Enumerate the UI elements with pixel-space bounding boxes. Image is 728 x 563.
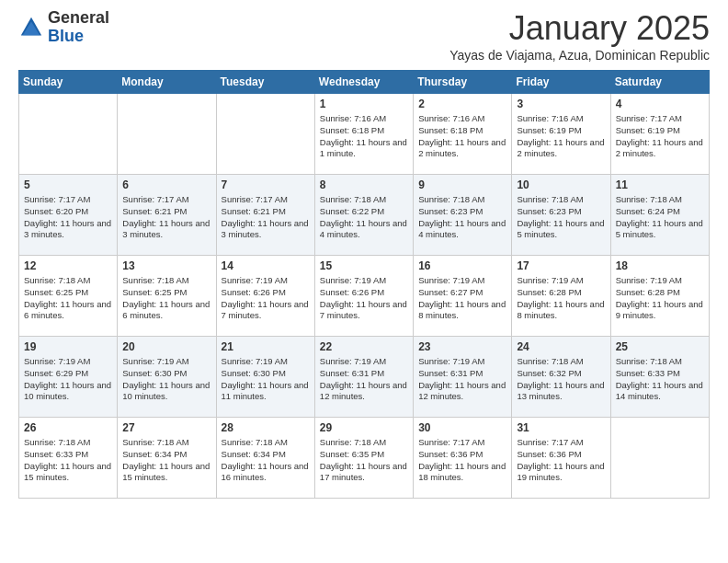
cell-content: Sunrise: 7:19 AM Sunset: 6:30 PM Dayligh… <box>122 356 210 403</box>
calendar-cell: 24Sunrise: 7:18 AM Sunset: 6:32 PM Dayli… <box>512 337 610 418</box>
header-wednesday: Wednesday <box>314 71 413 94</box>
calendar-cell: 9Sunrise: 7:18 AM Sunset: 6:23 PM Daylig… <box>414 175 512 256</box>
calendar-cell: 1Sunrise: 7:16 AM Sunset: 6:18 PM Daylig… <box>314 94 413 175</box>
cell-content: Sunrise: 7:17 AM Sunset: 6:21 PM Dayligh… <box>222 194 310 241</box>
day-number: 19 <box>24 340 112 353</box>
calendar-week-2: 5Sunrise: 7:17 AM Sunset: 6:20 PM Daylig… <box>19 175 710 256</box>
calendar-cell: 2Sunrise: 7:16 AM Sunset: 6:18 PM Daylig… <box>414 94 512 175</box>
cell-content: Sunrise: 7:19 AM Sunset: 6:31 PM Dayligh… <box>320 356 408 403</box>
logo-text: General Blue <box>48 9 109 46</box>
day-number: 16 <box>418 259 506 272</box>
day-number: 18 <box>616 259 704 272</box>
header-saturday: Saturday <box>610 71 709 94</box>
calendar-cell: 11Sunrise: 7:18 AM Sunset: 6:24 PM Dayli… <box>610 175 709 256</box>
day-number: 29 <box>320 421 408 434</box>
day-number: 6 <box>122 178 210 191</box>
cell-content: Sunrise: 7:18 AM Sunset: 6:34 PM Dayligh… <box>122 437 210 484</box>
day-number: 1 <box>320 98 408 110</box>
cell-content: Sunrise: 7:18 AM Sunset: 6:33 PM Dayligh… <box>616 356 704 403</box>
calendar-cell: 20Sunrise: 7:19 AM Sunset: 6:30 PM Dayli… <box>118 337 216 418</box>
calendar-cell: 21Sunrise: 7:19 AM Sunset: 6:30 PM Dayli… <box>216 337 314 418</box>
header-sunday: Sunday <box>19 71 118 94</box>
calendar-cell: 31Sunrise: 7:17 AM Sunset: 6:36 PM Dayli… <box>512 418 610 499</box>
day-number: 14 <box>222 259 310 272</box>
calendar-cell: 27Sunrise: 7:18 AM Sunset: 6:34 PM Dayli… <box>118 418 216 499</box>
cell-content: Sunrise: 7:19 AM Sunset: 6:28 PM Dayligh… <box>517 275 605 322</box>
cell-content: Sunrise: 7:17 AM Sunset: 6:20 PM Dayligh… <box>24 194 112 241</box>
day-number: 24 <box>517 340 605 353</box>
cell-content: Sunrise: 7:18 AM Sunset: 6:34 PM Dayligh… <box>222 437 310 484</box>
header-monday: Monday <box>118 71 216 94</box>
calendar-cell: 22Sunrise: 7:19 AM Sunset: 6:31 PM Dayli… <box>314 337 413 418</box>
calendar-cell: 5Sunrise: 7:17 AM Sunset: 6:20 PM Daylig… <box>19 175 118 256</box>
cell-content: Sunrise: 7:19 AM Sunset: 6:29 PM Dayligh… <box>24 356 112 403</box>
cell-content: Sunrise: 7:17 AM Sunset: 6:19 PM Dayligh… <box>616 113 704 160</box>
cell-content: Sunrise: 7:16 AM Sunset: 6:18 PM Dayligh… <box>320 113 408 160</box>
day-number: 3 <box>517 98 605 110</box>
header-thursday: Thursday <box>414 71 512 94</box>
day-number: 31 <box>517 421 605 434</box>
day-number: 2 <box>418 98 506 110</box>
calendar-cell: 23Sunrise: 7:19 AM Sunset: 6:31 PM Dayli… <box>414 337 512 418</box>
cell-content: Sunrise: 7:18 AM Sunset: 6:25 PM Dayligh… <box>122 275 210 322</box>
cell-content: Sunrise: 7:17 AM Sunset: 6:21 PM Dayligh… <box>122 194 210 241</box>
calendar-cell: 14Sunrise: 7:19 AM Sunset: 6:26 PM Dayli… <box>216 256 314 337</box>
day-number: 8 <box>320 178 408 191</box>
calendar-cell: 10Sunrise: 7:18 AM Sunset: 6:23 PM Dayli… <box>512 175 610 256</box>
cell-content: Sunrise: 7:18 AM Sunset: 6:23 PM Dayligh… <box>418 194 506 241</box>
logo-icon <box>18 15 44 40</box>
day-number: 21 <box>222 340 310 353</box>
cell-content: Sunrise: 7:18 AM Sunset: 6:35 PM Dayligh… <box>320 437 408 484</box>
calendar-week-1: 1Sunrise: 7:16 AM Sunset: 6:18 PM Daylig… <box>19 94 710 175</box>
calendar-cell: 6Sunrise: 7:17 AM Sunset: 6:21 PM Daylig… <box>118 175 216 256</box>
logo: General Blue <box>18 9 109 46</box>
cell-content: Sunrise: 7:19 AM Sunset: 6:30 PM Dayligh… <box>222 356 310 403</box>
calendar-cell: 25Sunrise: 7:18 AM Sunset: 6:33 PM Dayli… <box>610 337 709 418</box>
calendar-cell: 16Sunrise: 7:19 AM Sunset: 6:27 PM Dayli… <box>414 256 512 337</box>
cell-content: Sunrise: 7:19 AM Sunset: 6:31 PM Dayligh… <box>418 356 506 403</box>
cell-content: Sunrise: 7:16 AM Sunset: 6:18 PM Dayligh… <box>418 113 506 160</box>
cell-content: Sunrise: 7:19 AM Sunset: 6:26 PM Dayligh… <box>320 275 408 322</box>
calendar-cell: 15Sunrise: 7:19 AM Sunset: 6:26 PM Dayli… <box>314 256 413 337</box>
day-number: 26 <box>24 421 112 434</box>
day-number: 27 <box>122 421 210 434</box>
day-number: 5 <box>24 178 112 191</box>
calendar-cell <box>19 94 118 175</box>
month-title: January 2025 <box>449 9 710 48</box>
day-number: 11 <box>616 178 704 191</box>
page-header: General Blue January 2025 Yayas de Viaja… <box>18 9 710 63</box>
day-number: 13 <box>122 259 210 272</box>
calendar-cell <box>610 418 709 499</box>
cell-content: Sunrise: 7:17 AM Sunset: 6:36 PM Dayligh… <box>418 437 506 484</box>
day-number: 20 <box>122 340 210 353</box>
day-number: 12 <box>24 259 112 272</box>
calendar-body: 1Sunrise: 7:16 AM Sunset: 6:18 PM Daylig… <box>19 94 710 499</box>
day-number: 15 <box>320 259 408 272</box>
calendar-cell: 4Sunrise: 7:17 AM Sunset: 6:19 PM Daylig… <box>610 94 709 175</box>
calendar-cell: 30Sunrise: 7:17 AM Sunset: 6:36 PM Dayli… <box>414 418 512 499</box>
calendar-cell: 3Sunrise: 7:16 AM Sunset: 6:19 PM Daylig… <box>512 94 610 175</box>
cell-content: Sunrise: 7:19 AM Sunset: 6:28 PM Dayligh… <box>616 275 704 322</box>
calendar-week-5: 26Sunrise: 7:18 AM Sunset: 6:33 PM Dayli… <box>19 418 710 499</box>
title-block: January 2025 Yayas de Viajama, Azua, Dom… <box>449 9 710 63</box>
calendar-cell: 18Sunrise: 7:19 AM Sunset: 6:28 PM Dayli… <box>610 256 709 337</box>
calendar-cell: 17Sunrise: 7:19 AM Sunset: 6:28 PM Dayli… <box>512 256 610 337</box>
calendar-cell: 29Sunrise: 7:18 AM Sunset: 6:35 PM Dayli… <box>314 418 413 499</box>
calendar-cell: 19Sunrise: 7:19 AM Sunset: 6:29 PM Dayli… <box>19 337 118 418</box>
cell-content: Sunrise: 7:18 AM Sunset: 6:24 PM Dayligh… <box>616 194 704 241</box>
calendar-cell: 26Sunrise: 7:18 AM Sunset: 6:33 PM Dayli… <box>19 418 118 499</box>
cell-content: Sunrise: 7:18 AM Sunset: 6:33 PM Dayligh… <box>24 437 112 484</box>
day-number: 30 <box>418 421 506 434</box>
location-subtitle: Yayas de Viajama, Azua, Dominican Republ… <box>449 48 710 63</box>
day-number: 23 <box>418 340 506 353</box>
header-friday: Friday <box>512 71 610 94</box>
day-number: 7 <box>222 178 310 191</box>
calendar-week-4: 19Sunrise: 7:19 AM Sunset: 6:29 PM Dayli… <box>19 337 710 418</box>
day-number: 9 <box>418 178 506 191</box>
cell-content: Sunrise: 7:17 AM Sunset: 6:36 PM Dayligh… <box>517 437 605 484</box>
cell-content: Sunrise: 7:19 AM Sunset: 6:27 PM Dayligh… <box>418 275 506 322</box>
calendar-week-3: 12Sunrise: 7:18 AM Sunset: 6:25 PM Dayli… <box>19 256 710 337</box>
cell-content: Sunrise: 7:16 AM Sunset: 6:19 PM Dayligh… <box>517 113 605 160</box>
day-number: 17 <box>517 259 605 272</box>
day-number: 25 <box>616 340 704 353</box>
